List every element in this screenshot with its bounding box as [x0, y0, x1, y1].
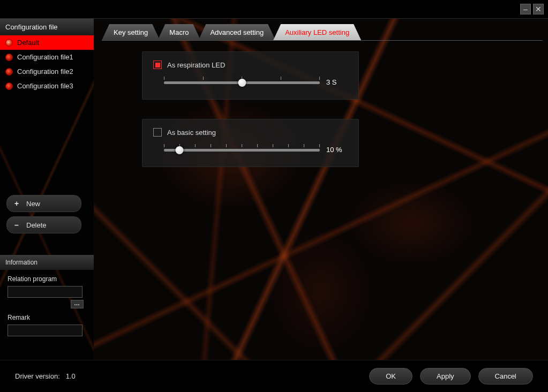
bullet-icon [5, 39, 13, 47]
relation-program-label: Relation program [7, 275, 86, 283]
basic-value: 10 % [326, 146, 348, 154]
minimize-button[interactable]: – [520, 4, 531, 14]
config-item-file1[interactable]: Configuration file1 [0, 50, 94, 64]
apply-button[interactable]: Apply [420, 368, 471, 385]
basic-checkbox[interactable] [153, 128, 162, 137]
respiration-checkbox[interactable] [153, 61, 162, 69]
slider-thumb[interactable] [176, 146, 184, 154]
sidebar-actions: + New – Delete [0, 195, 94, 233]
config-item-label: Configuration file2 [17, 67, 73, 76]
slider-track [164, 149, 320, 152]
tab-macro[interactable]: Macro [157, 24, 200, 40]
config-item-default[interactable]: Default [0, 35, 94, 50]
sidebar-header: Configuration file [0, 19, 94, 35]
led-panel: As respiration LED 3 S As basic setting [142, 51, 543, 167]
remark-group: Remark [0, 308, 94, 336]
relation-program-input[interactable] [7, 286, 82, 298]
config-item-label: Default [17, 39, 39, 47]
tab-bar: Key setting Macro Advanced setting Auxil… [102, 22, 543, 41]
driver-version: Driver version: 1.0 [15, 372, 76, 380]
delete-button-label: Delete [26, 221, 47, 229]
remark-input[interactable] [7, 325, 82, 336]
respiration-slider[interactable] [164, 77, 320, 87]
titlebar: – ✕ [0, 0, 548, 19]
footer: Driver version: 1.0 OK Apply Cancel [0, 360, 548, 392]
new-button[interactable]: + New [6, 195, 81, 212]
basic-label: As basic setting [167, 129, 216, 137]
driver-version-value: 1.0 [66, 372, 76, 380]
respiration-card: As respiration LED 3 S [142, 51, 359, 100]
ok-button[interactable]: OK [369, 368, 412, 385]
delete-button[interactable]: – Delete [6, 216, 81, 233]
bullet-icon [5, 82, 13, 90]
config-item-label: Configuration file1 [17, 53, 73, 61]
config-item-file3[interactable]: Configuration file3 [0, 79, 94, 93]
respiration-label: As respiration LED [167, 61, 225, 69]
cancel-button[interactable]: Cancel [478, 368, 533, 385]
tab-auxiliary-led-setting[interactable]: Auxiliary LED setting [273, 24, 361, 40]
plus-icon: + [14, 199, 21, 208]
respiration-value: 3 S [326, 78, 348, 86]
relation-program-group: Relation program … [0, 270, 94, 308]
driver-version-label: Driver version: [15, 372, 60, 380]
main-area: Key setting Macro Advanced setting Auxil… [102, 22, 543, 360]
browse-button[interactable]: … [71, 300, 84, 308]
new-button-label: New [26, 200, 40, 208]
basic-card: As basic setting 10 % [142, 119, 359, 167]
config-item-label: Configuration file3 [17, 82, 73, 90]
bullet-icon [5, 68, 13, 76]
bullet-icon [5, 54, 13, 61]
sidebar: Configuration file Default Configuration… [0, 19, 94, 360]
tab-advanced-setting[interactable]: Advanced setting [198, 24, 275, 40]
information-header: Information [0, 255, 94, 270]
footer-buttons: OK Apply Cancel [369, 368, 533, 385]
tab-key-setting[interactable]: Key setting [102, 24, 160, 40]
close-button[interactable]: ✕ [533, 4, 544, 14]
basic-slider[interactable] [164, 144, 320, 155]
config-item-file2[interactable]: Configuration file2 [0, 64, 94, 79]
minus-icon: – [14, 221, 21, 229]
remark-label: Remark [7, 314, 86, 321]
slider-ticks [164, 144, 320, 148]
slider-thumb[interactable] [238, 79, 246, 87]
